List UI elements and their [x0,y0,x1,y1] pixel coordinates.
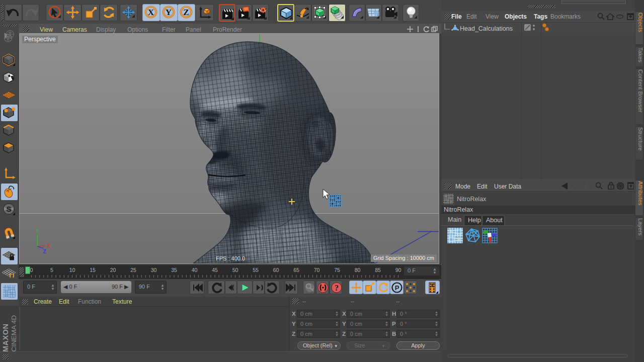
svg-text:Y: Y [166,8,172,17]
svg-text:50: 50 [232,267,238,273]
svg-text:5: 5 [50,267,53,273]
svg-text:60: 60 [273,267,279,273]
svg-text:0: 0 [30,267,33,273]
svg-text:Z: Z [43,249,46,254]
svg-text:80: 80 [355,267,361,273]
svg-text:Y: Y [36,228,39,234]
svg-text:70: 70 [314,267,320,273]
svg-text:?: ? [335,284,339,292]
svg-text:65: 65 [293,267,299,273]
svg-text:P: P [395,284,399,292]
svg-text:25: 25 [130,267,136,273]
svg-text:85: 85 [375,267,381,273]
svg-text:15: 15 [90,267,96,273]
svg-text:75: 75 [334,267,340,273]
svg-text:S: S [6,205,11,213]
svg-text:10: 10 [69,267,75,273]
svg-text:30: 30 [151,267,157,273]
svg-text:Z: Z [183,8,189,17]
svg-text:55: 55 [253,267,259,273]
svg-text:90: 90 [395,267,401,273]
svg-text:35: 35 [171,267,177,273]
svg-text:X: X [148,8,154,17]
svg-text:40: 40 [192,267,198,273]
svg-text:45: 45 [212,267,218,273]
svg-text:20: 20 [110,267,116,273]
svg-text:X: X [47,243,51,249]
